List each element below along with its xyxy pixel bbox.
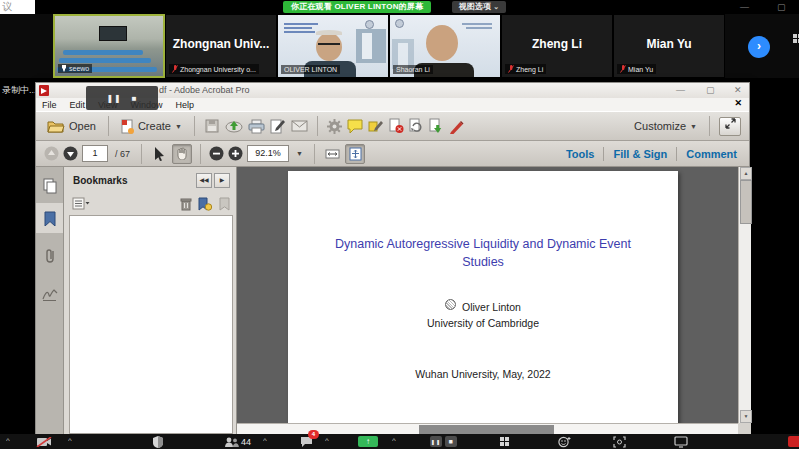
stop-record-button[interactable]: ■ — [445, 434, 457, 449]
chevron-down-icon: ▼ — [296, 150, 303, 157]
tile-name-label: Zheng Li — [505, 64, 546, 74]
zoom-maximize-button[interactable]: ▢ — [777, 2, 786, 12]
focus-mode-button[interactable] — [613, 434, 626, 449]
whiteboard-button[interactable] — [674, 434, 688, 449]
select-tool-button[interactable] — [150, 145, 168, 163]
audio-options-caret[interactable]: ^ — [6, 438, 10, 445]
replace-pages-icon[interactable] — [409, 118, 424, 134]
pause-recording-button[interactable]: ❚❚ — [106, 94, 121, 103]
panel-options-button[interactable]: ▶ — [214, 173, 230, 188]
sign-document-icon[interactable] — [270, 118, 286, 134]
end-meeting-button[interactable] — [788, 436, 799, 447]
comment-bubble-icon[interactable] — [347, 119, 363, 133]
chat-badge: 4 — [308, 430, 319, 439]
page-thumbnails-tab[interactable] — [36, 171, 63, 201]
chat-button[interactable]: 4 — [300, 434, 313, 449]
highlight-pencil-icon[interactable] — [368, 119, 384, 134]
stop-recording-button[interactable]: ■ — [132, 94, 138, 103]
delete-bookmark-icon[interactable] — [180, 197, 192, 211]
pause-record-button[interactable]: ❚❚ — [430, 434, 442, 449]
minimize-button[interactable]: — — [676, 83, 685, 98]
tools-pane-button[interactable]: Tools — [557, 148, 604, 160]
video-options-caret[interactable]: ^ — [68, 438, 72, 445]
participant-name: Zheng Li — [502, 37, 612, 51]
create-button[interactable]: Create ▼ — [118, 117, 185, 136]
participants-caret[interactable]: ^ — [263, 438, 267, 445]
attachments-tab[interactable] — [36, 241, 63, 271]
fit-width-button[interactable] — [323, 145, 341, 163]
fit-page-button[interactable] — [345, 144, 365, 164]
close-button[interactable]: ✕ — [734, 83, 742, 98]
previous-page-button[interactable] — [44, 146, 59, 161]
customize-button[interactable]: Customize ▼ — [631, 118, 700, 134]
save-icon[interactable] — [204, 118, 220, 134]
video-off-button[interactable] — [36, 434, 52, 449]
video-strip: seewo Zhongnan Univ... Zhongnan Universi… — [0, 14, 799, 78]
mic-muted-icon — [172, 65, 178, 73]
next-participants-button[interactable]: › — [748, 36, 770, 58]
open-button[interactable]: Open — [44, 118, 99, 135]
options-menu-icon[interactable] — [72, 197, 90, 210]
fill-sign-pane-button[interactable]: Fill & Sign — [604, 148, 676, 160]
recording-indicator-label: 录制中... — [2, 84, 37, 97]
tile-name-label: seewo — [58, 64, 92, 73]
fullscreen-toggle-button[interactable] — [719, 117, 741, 136]
share-options-caret[interactable]: ^ — [392, 438, 396, 445]
open-folder-icon — [47, 120, 65, 133]
scroll-up-arrow[interactable]: ▲ — [740, 167, 752, 180]
vertical-scrollbar-thumb[interactable] — [740, 180, 752, 224]
edit-text-icon[interactable] — [449, 119, 465, 134]
close-document-icon[interactable]: ✕ — [734, 98, 742, 108]
collapse-panel-button[interactable]: ◀◀ — [196, 173, 212, 188]
scroll-down-arrow[interactable]: ▼ — [740, 410, 752, 423]
zoom-minimize-button[interactable]: — — [740, 2, 749, 12]
view-options-button[interactable]: 视图选项 ⌄ — [452, 1, 506, 13]
video-tile-seewo[interactable]: seewo — [53, 14, 165, 78]
zoom-in-button[interactable] — [228, 146, 243, 161]
print-icon[interactable] — [248, 119, 265, 134]
hand-tool-button[interactable] — [172, 144, 192, 164]
bookmarks-list[interactable] — [69, 215, 233, 434]
vertical-scrollbar[interactable]: ▲ ▼ — [738, 167, 751, 423]
video-tile-mian-yu[interactable]: Mian Yu Mian Yu — [613, 14, 725, 78]
video-tile-zheng-li[interactable]: Zheng Li Zheng Li — [501, 14, 613, 78]
menu-file[interactable]: File — [42, 100, 57, 110]
zoom-dropdown-button[interactable]: ▼ — [293, 145, 306, 162]
chevron-down-icon: ▼ — [690, 123, 697, 130]
tile-name-label: Mian Yu — [617, 64, 656, 74]
pdf-viewer[interactable]: Dynamic Autoregressive Liquidity and Dyn… — [237, 167, 738, 423]
comment-pane-button[interactable]: Comment — [677, 148, 739, 160]
security-button[interactable] — [153, 434, 163, 449]
page-number-input[interactable]: 1 — [82, 145, 108, 162]
chat-caret[interactable]: ^ — [325, 438, 329, 445]
video-tile-zhongnan[interactable]: Zhongnan Univ... Zhongnan University o..… — [165, 14, 277, 78]
new-bookmark-icon[interactable] — [198, 197, 212, 211]
maximize-button[interactable]: ▢ — [706, 83, 715, 98]
reactions-button[interactable] — [558, 434, 571, 449]
delete-pages-icon[interactable] — [389, 118, 404, 134]
video-tile-shaoran-li[interactable]: Shaoran Li — [389, 14, 501, 78]
zoom-out-button[interactable] — [209, 146, 224, 161]
video-tile-oliver-linton[interactable]: OLIVER LINTON — [277, 14, 389, 78]
next-page-button[interactable] — [63, 146, 78, 161]
main-toolbar: Open Create ▼ Customize ▼ — [36, 111, 749, 141]
settings-gear-icon[interactable] — [327, 119, 342, 134]
share-screen-button[interactable]: ↑ — [358, 434, 378, 449]
desk-row — [63, 50, 143, 55]
gallery-view-icon[interactable] — [793, 34, 799, 43]
menu-help[interactable]: Help — [175, 100, 194, 110]
email-icon[interactable] — [291, 120, 308, 132]
participants-count: 44 — [241, 437, 251, 447]
menu-edit[interactable]: Edit — [70, 100, 86, 110]
share-cloud-icon[interactable] — [225, 118, 243, 134]
apps-button[interactable] — [500, 434, 510, 449]
extract-pages-icon[interactable] — [429, 118, 444, 134]
background-window-text: 议 — [0, 0, 35, 14]
bookmarks-tab[interactable] — [36, 203, 63, 233]
view-options-label: 视图选项 — [459, 2, 491, 11]
tile-name-label: OLIVER LINTON — [281, 65, 340, 74]
desk-row — [59, 58, 151, 63]
zoom-level-input[interactable]: 92.1% — [247, 145, 289, 162]
signatures-tab[interactable] — [36, 279, 63, 309]
participants-button[interactable]: 44 — [224, 434, 251, 449]
